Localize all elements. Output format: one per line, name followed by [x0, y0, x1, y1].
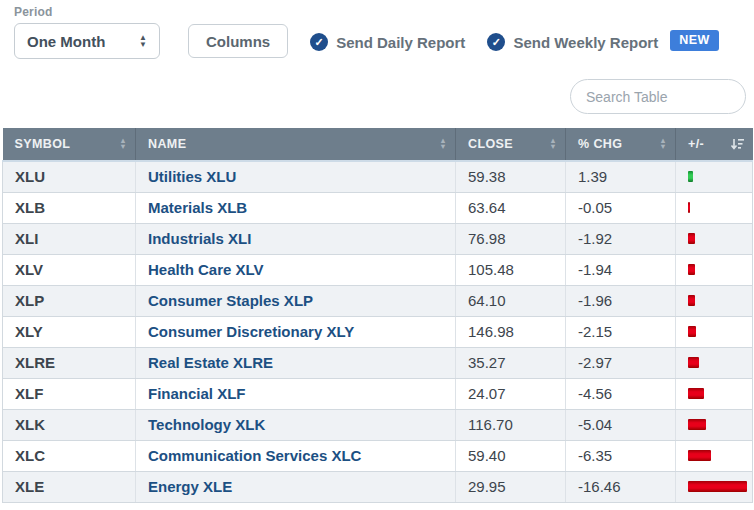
symbol-cell: XLE	[3, 471, 136, 502]
columns-button[interactable]: Columns	[188, 24, 288, 58]
name-link[interactable]: Real Estate XLRE	[148, 354, 273, 371]
change-bar	[688, 450, 711, 461]
column-header-label: CLOSE	[468, 137, 513, 151]
table-header-row: SYMBOL ▲▼ NAME ▲▼ CLOSE ▲▼	[3, 128, 753, 161]
sort-arrows-icon: ▲▼	[549, 138, 557, 150]
table-row: XLV Health Care XLV 105.48 -1.94	[3, 254, 753, 285]
change-bar	[688, 264, 695, 275]
column-header-close[interactable]: CLOSE ▲▼	[456, 128, 566, 161]
table-row: XLY Consumer Discretionary XLY 146.98 -2…	[3, 316, 753, 347]
table-row: XLE Energy XLE 29.95 -16.46	[3, 471, 753, 502]
weekly-report-label: Send Weekly Report	[513, 34, 658, 51]
controls-row: Period One Month ▲▼ Columns ✓ Send Daily…	[14, 5, 746, 59]
column-header-name[interactable]: NAME ▲▼	[136, 128, 456, 161]
search-row	[14, 79, 746, 114]
sort-arrows-icon: ▲▼	[439, 138, 447, 150]
name-link[interactable]: Utilities XLU	[148, 168, 236, 185]
check-circle-icon: ✓	[310, 33, 328, 51]
name-link[interactable]: Health Care XLV	[148, 261, 264, 278]
toolbar: Period One Month ▲▼ Columns ✓ Send Daily…	[0, 0, 754, 114]
close-cell: 116.70	[456, 409, 566, 440]
name-link[interactable]: Energy XLE	[148, 478, 232, 495]
chg-cell: -16.46	[566, 471, 676, 502]
change-bar	[688, 233, 695, 244]
chg-cell: -1.96	[566, 285, 676, 316]
column-header-change-bar[interactable]: +/-	[676, 128, 753, 161]
close-cell: 76.98	[456, 223, 566, 254]
period-label: Period	[14, 5, 160, 19]
close-cell: 63.64	[456, 192, 566, 223]
symbol-cell: XLF	[3, 378, 136, 409]
chg-cell: -1.92	[566, 223, 676, 254]
column-header-pct-chg[interactable]: % CHG ▲▼	[566, 128, 676, 161]
table-row: XLF Financial XLF 24.07 -4.56	[3, 378, 753, 409]
close-cell: 146.98	[456, 316, 566, 347]
chg-cell: 1.39	[566, 161, 676, 192]
name-link[interactable]: Consumer Staples XLP	[148, 292, 313, 309]
symbol-cell: XLB	[3, 192, 136, 223]
name-link[interactable]: Technology XLK	[148, 416, 265, 433]
chg-cell: -6.35	[566, 440, 676, 471]
close-cell: 59.40	[456, 440, 566, 471]
select-caret-icon: ▲▼	[139, 34, 147, 48]
close-cell: 29.95	[456, 471, 566, 502]
symbol-cell: XLY	[3, 316, 136, 347]
close-cell: 105.48	[456, 254, 566, 285]
chg-cell: -2.15	[566, 316, 676, 347]
check-circle-icon: ✓	[487, 33, 505, 51]
chg-cell: -5.04	[566, 409, 676, 440]
symbol-cell: XLU	[3, 161, 136, 192]
symbol-cell: XLRE	[3, 347, 136, 378]
change-bar	[688, 481, 747, 492]
column-header-symbol[interactable]: SYMBOL ▲▼	[3, 128, 136, 161]
table-row: XLC Communication Services XLC 59.40 -6.…	[3, 440, 753, 471]
symbol-cell: XLV	[3, 254, 136, 285]
table-row: XLI Industrials XLI 76.98 -1.92	[3, 223, 753, 254]
period-field: Period One Month ▲▼	[14, 5, 160, 59]
symbol-cell: XLP	[3, 285, 136, 316]
change-bar	[688, 171, 693, 182]
chg-cell: -1.94	[566, 254, 676, 285]
table-row: XLU Utilities XLU 59.38 1.39	[3, 161, 753, 192]
period-selected-value: One Month	[27, 33, 105, 50]
send-daily-report-toggle[interactable]: ✓ Send Daily Report	[310, 33, 465, 51]
name-link[interactable]: Industrials XLI	[148, 230, 251, 247]
change-bar	[688, 388, 704, 399]
column-header-label: NAME	[148, 137, 186, 151]
send-weekly-report-toggle[interactable]: ✓ Send Weekly Report	[487, 33, 658, 51]
sort-amount-down-icon[interactable]	[730, 138, 745, 151]
period-select[interactable]: One Month ▲▼	[14, 23, 160, 59]
daily-report-label: Send Daily Report	[336, 34, 465, 51]
close-cell: 24.07	[456, 378, 566, 409]
change-bar	[688, 357, 699, 368]
name-link[interactable]: Materials XLB	[148, 199, 247, 216]
sort-arrows-icon: ▲▼	[659, 138, 667, 150]
table-row: XLB Materials XLB 63.64 -0.05	[3, 192, 753, 223]
change-bar	[688, 326, 696, 337]
change-bar	[688, 202, 690, 213]
chg-cell: -0.05	[566, 192, 676, 223]
symbol-cell: XLI	[3, 223, 136, 254]
table-row: XLRE Real Estate XLRE 35.27 -2.97	[3, 347, 753, 378]
name-link[interactable]: Consumer Discretionary XLY	[148, 323, 354, 340]
table-body: XLU Utilities XLU 59.38 1.39 XLB Materia…	[3, 161, 753, 502]
chg-cell: -4.56	[566, 378, 676, 409]
column-header-label: +/-	[688, 137, 704, 151]
close-cell: 59.38	[456, 161, 566, 192]
table-row: XLK Technology XLK 116.70 -5.04	[3, 409, 753, 440]
close-cell: 64.10	[456, 285, 566, 316]
name-link[interactable]: Financial XLF	[148, 385, 246, 402]
new-badge: NEW	[670, 30, 719, 51]
sort-arrows-icon: ▲▼	[119, 138, 127, 150]
column-header-label: % CHG	[578, 137, 622, 151]
column-header-label: SYMBOL	[15, 137, 71, 151]
symbol-cell: XLK	[3, 409, 136, 440]
change-bar	[688, 295, 695, 306]
chg-cell: -2.97	[566, 347, 676, 378]
change-bar	[688, 419, 706, 430]
sector-table: SYMBOL ▲▼ NAME ▲▼ CLOSE ▲▼	[2, 128, 753, 503]
search-input[interactable]	[570, 79, 746, 114]
symbol-cell: XLC	[3, 440, 136, 471]
close-cell: 35.27	[456, 347, 566, 378]
name-link[interactable]: Communication Services XLC	[148, 447, 361, 464]
